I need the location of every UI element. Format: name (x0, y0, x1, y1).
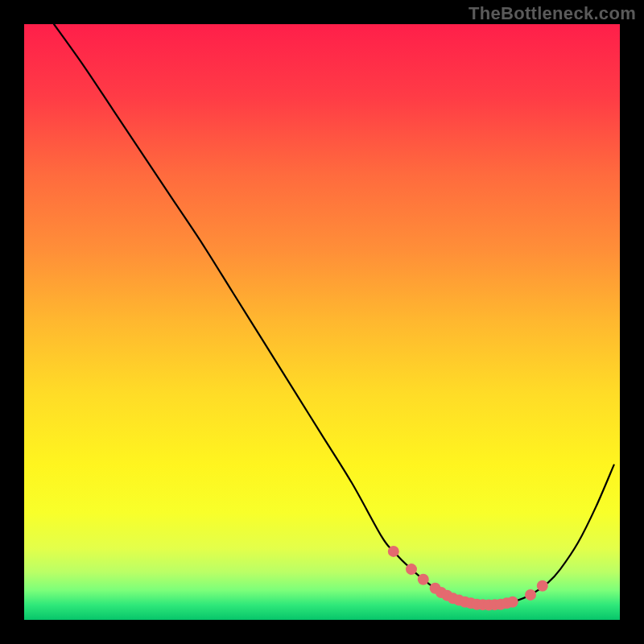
bottom-marker-dot (507, 597, 518, 608)
watermark-text: TheBottleneck.com (469, 3, 636, 24)
bottom-marker-dot (525, 589, 536, 601)
bottleneck-chart (24, 24, 620, 620)
bottom-marker-dot (418, 574, 429, 585)
plot-background (24, 24, 620, 620)
bottom-marker-dot (388, 546, 399, 557)
bottom-marker-dot (406, 564, 417, 575)
bottom-marker-dot (537, 580, 548, 592)
chart-frame: TheBottleneck.com (0, 0, 644, 644)
